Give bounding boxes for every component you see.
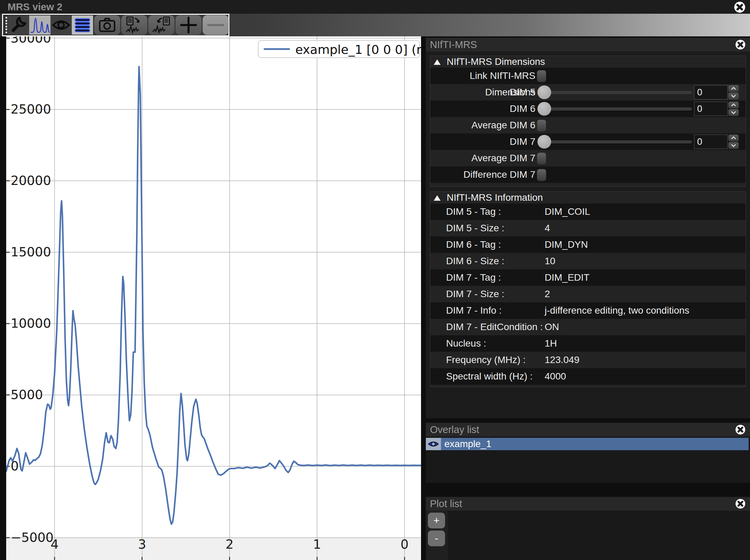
chevron-down-icon	[730, 143, 737, 148]
collapse-arrow-icon	[434, 59, 441, 65]
nifti-information-section: NIfTI-MRS Information DIM 5 - Tag : DIM_…	[430, 191, 746, 387]
plot-list-add-button[interactable]: +	[428, 513, 445, 528]
svg-text:2: 2	[226, 537, 234, 552]
eye-icon	[51, 15, 71, 35]
chevron-up-icon	[730, 103, 737, 107]
info-row: Frequency (MHz) : 123.049	[430, 352, 746, 368]
dim5-slider[interactable]	[540, 91, 692, 94]
dim6-slider-thumb[interactable]	[537, 102, 551, 116]
svg-text:3: 3	[138, 537, 146, 552]
nifti-panel-close-button[interactable]	[735, 39, 747, 51]
dim7-slider[interactable]	[540, 140, 692, 143]
dim5-row: DIM 5	[430, 84, 746, 101]
dim7-slider-thumb[interactable]	[537, 135, 551, 149]
svg-text:0: 0	[400, 537, 409, 552]
spectrum-view-button[interactable]	[29, 15, 50, 35]
info-row: DIM 5 - Tag : DIM_COIL	[430, 203, 746, 220]
chevron-down-icon	[730, 94, 737, 98]
camera-icon	[97, 16, 117, 34]
visibility-button[interactable]	[50, 15, 72, 35]
plot-background	[6, 36, 421, 560]
info-row: Nucleus : 1H	[430, 335, 746, 352]
overlay-item-label: example_1	[444, 438, 491, 450]
overlay-visibility-toggle[interactable]	[426, 438, 441, 450]
spectrum-icon	[30, 15, 50, 35]
remove-button[interactable]	[203, 15, 229, 35]
info-row: DIM 7 - Tag : DIM_EDIT	[430, 269, 746, 286]
dim6-row: DIM 6	[430, 101, 746, 117]
dimensions-section-header[interactable]: NIfTI-MRS Dimensions	[434, 56, 545, 68]
svg-text:−5000: −5000	[11, 530, 54, 545]
overlay-list-header[interactable]: Overlay list	[426, 423, 750, 436]
plot-list-remove-button[interactable]: -	[428, 530, 445, 546]
import-data-button[interactable]	[148, 15, 174, 35]
nifti-panel-header[interactable]: NIfTI-MRS	[426, 38, 750, 51]
collapse-arrow-icon	[434, 195, 441, 201]
info-row: DIM 5 - Size : 4	[430, 220, 746, 236]
information-section-header[interactable]: NIfTI-MRS Information	[434, 192, 543, 203]
close-icon	[735, 498, 746, 509]
svg-text:30000: 30000	[11, 36, 51, 45]
info-row: DIM 7 - EditCondition : ON	[430, 319, 746, 335]
svg-text:1: 1	[313, 537, 321, 552]
chevron-up-icon	[730, 86, 737, 91]
add-button[interactable]	[175, 15, 202, 35]
dim5-spinbox[interactable]	[694, 85, 728, 100]
toolbar-grip-handle[interactable]	[4, 17, 7, 33]
overlay-list-close-button[interactable]	[735, 424, 747, 436]
window-titlebar: MRS view 2	[0, 0, 750, 14]
dim5-slider-thumb[interactable]	[537, 85, 551, 99]
link-dimensions-row: Link NIfTI-MRS Dimensions	[430, 68, 746, 84]
dim7-spinbox-up[interactable]	[728, 135, 739, 141]
average-dim7-row: Average DIM 7	[430, 150, 746, 166]
screenshot-button[interactable]	[94, 15, 120, 35]
wrench-icon	[9, 15, 29, 35]
close-icon	[735, 424, 746, 435]
list-options-button[interactable]	[72, 15, 93, 35]
dim5-spinbox-down[interactable]	[728, 93, 739, 100]
svg-text:15000: 15000	[11, 245, 51, 259]
nifti-panel-title: NIfTI-MRS	[430, 38, 477, 51]
overlay-list-title: Overlay list	[430, 423, 479, 436]
info-row: DIM 6 - Size : 10	[430, 253, 746, 269]
link-dimensions-checkbox[interactable]	[537, 70, 546, 82]
dim7-spinbox-down[interactable]	[728, 142, 739, 149]
plot-list-header[interactable]: Plot list	[426, 497, 750, 511]
average-dim7-checkbox[interactable]	[537, 152, 546, 165]
window-close-button[interactable]	[734, 1, 746, 13]
plus-icon	[178, 16, 199, 34]
svg-text:10000: 10000	[11, 316, 51, 331]
dim6-spinbox-up[interactable]	[728, 102, 739, 108]
spectrum-plot[interactable]: 300002500020000150001000050000−500043210…	[6, 36, 421, 560]
eye-icon	[428, 440, 439, 448]
svg-text:example_1 [0 0 0] (real): example_1 [0 0 0] (real)	[295, 43, 421, 57]
figure-margin	[6, 538, 421, 560]
svg-text:25000: 25000	[11, 102, 51, 117]
svg-text:4: 4	[50, 537, 59, 552]
toolbar	[2, 14, 229, 36]
dim6-spinbox[interactable]	[694, 102, 728, 116]
dim6-slider[interactable]	[540, 107, 692, 110]
svg-text:5000: 5000	[11, 387, 43, 402]
dim5-spinbox-up[interactable]	[728, 85, 739, 92]
difference-dim7-checkbox[interactable]	[537, 169, 546, 181]
export-data-button[interactable]	[121, 15, 147, 35]
average-dim6-checkbox[interactable]	[537, 119, 546, 132]
doc-to-spectrum-icon	[124, 16, 145, 34]
svg-text:20000: 20000	[11, 173, 51, 188]
minus-icon	[205, 16, 226, 34]
plot-list-title: Plot list	[430, 497, 462, 511]
difference-dim7-row: Difference DIM 7	[430, 166, 746, 183]
close-icon	[735, 39, 746, 50]
info-row: Spectral width (Hz) : 4000	[430, 368, 746, 385]
plot-legend: example_1 [0 0 0] (real)	[258, 40, 421, 58]
info-row: DIM 7 - Info : j-difference editing, two…	[430, 302, 746, 319]
close-icon	[734, 1, 746, 13]
info-row: DIM 7 - Size : 2	[430, 286, 746, 302]
dim6-spinbox-down[interactable]	[728, 109, 739, 116]
window-title: MRS view 2	[8, 0, 62, 14]
spectrum-to-doc-icon	[151, 16, 172, 34]
dim7-spinbox[interactable]	[694, 135, 728, 149]
plot-list-close-button[interactable]	[735, 498, 747, 511]
settings-button[interactable]	[8, 15, 29, 35]
